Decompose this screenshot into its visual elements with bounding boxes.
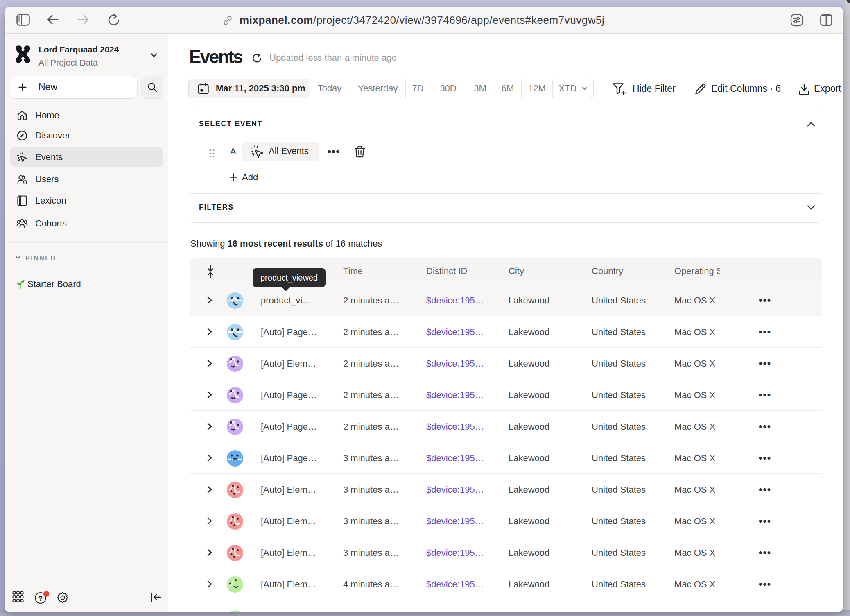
svg-text:?: ? — [38, 595, 43, 602]
